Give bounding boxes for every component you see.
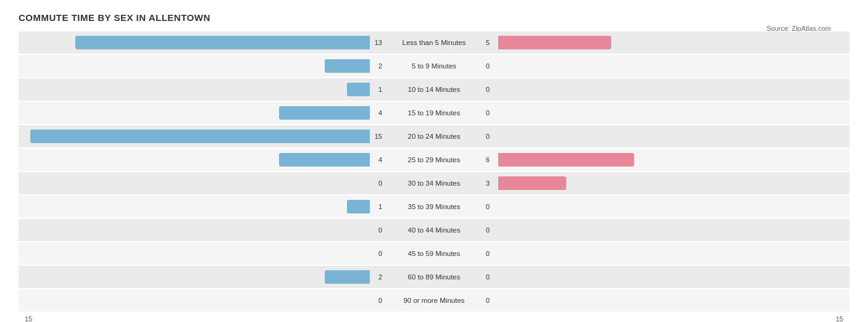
- male-side: 1: [19, 200, 385, 213]
- female-value: 6: [486, 156, 496, 163]
- axis-female-label: 15: [483, 315, 849, 322]
- chart-row: 090 or more Minutes0: [19, 289, 849, 312]
- female-value: 3: [486, 180, 496, 187]
- male-side: 0: [19, 297, 385, 304]
- chart-row: 030 to 34 Minutes3: [19, 172, 849, 194]
- axis-male-label: 15: [19, 315, 385, 322]
- male-value: 4: [372, 109, 382, 117]
- female-value: 0: [486, 273, 496, 281]
- female-side: 5: [483, 36, 849, 49]
- female-side: 0: [483, 133, 849, 140]
- female-bar: [498, 36, 611, 49]
- male-bar: [325, 270, 370, 284]
- male-bar: [279, 106, 370, 120]
- chart-row: 1520 to 24 Minutes0: [19, 125, 849, 147]
- male-value: 1: [372, 86, 382, 93]
- male-value: 13: [372, 39, 382, 46]
- male-side: 0: [19, 226, 385, 234]
- female-side: 0: [483, 203, 849, 210]
- male-value: 0: [372, 250, 382, 257]
- female-value: 0: [486, 86, 496, 93]
- chart-row: 260 to 89 Minutes0: [19, 266, 849, 288]
- female-value: 0: [486, 62, 496, 70]
- chart-row: 135 to 39 Minutes0: [19, 196, 849, 218]
- row-label: 90 or more Minutes: [385, 297, 483, 304]
- chart-row: 13Less than 5 Minutes5: [19, 31, 849, 54]
- chart-area: 13Less than 5 Minutes525 to 9 Minutes011…: [19, 31, 849, 322]
- male-bar: [30, 130, 370, 143]
- male-side: 13: [19, 36, 385, 49]
- male-side: 2: [19, 270, 385, 284]
- female-side: 6: [483, 153, 849, 167]
- female-value: 5: [486, 39, 496, 46]
- row-label: 25 to 29 Minutes: [385, 156, 483, 163]
- row-label: 30 to 34 Minutes: [385, 180, 483, 187]
- chart-title: COMMUTE TIME BY SEX IN ALLENTOWN: [19, 12, 211, 23]
- chart-row: 415 to 19 Minutes0: [19, 102, 849, 124]
- row-label: 10 to 14 Minutes: [385, 86, 483, 93]
- row-label: 20 to 24 Minutes: [385, 133, 483, 140]
- female-side: 0: [483, 226, 849, 234]
- row-label: 5 to 9 Minutes: [385, 62, 483, 70]
- female-side: 0: [483, 273, 849, 281]
- female-side: 0: [483, 86, 849, 93]
- female-side: 0: [483, 250, 849, 257]
- row-label: 40 to 44 Minutes: [385, 226, 483, 234]
- female-value: 0: [486, 250, 496, 257]
- male-value: 2: [372, 62, 382, 70]
- row-label: Less than 5 Minutes: [385, 39, 483, 46]
- female-value: 0: [486, 297, 496, 304]
- female-side: 0: [483, 109, 849, 117]
- male-side: 15: [19, 130, 385, 143]
- female-value: 0: [486, 203, 496, 210]
- male-bar: [279, 153, 370, 167]
- row-label: 45 to 59 Minutes: [385, 250, 483, 257]
- female-bar: [498, 176, 566, 190]
- chart-row: 045 to 59 Minutes0: [19, 242, 849, 265]
- chart-row: 110 to 14 Minutes0: [19, 78, 849, 101]
- female-value: 0: [486, 109, 496, 117]
- row-label: 60 to 89 Minutes: [385, 273, 483, 281]
- female-bar: [498, 153, 634, 167]
- female-value: 0: [486, 133, 496, 140]
- female-side: 3: [483, 176, 849, 190]
- chart-row: 25 to 9 Minutes0: [19, 55, 849, 77]
- male-value: 2: [372, 273, 382, 281]
- male-side: 0: [19, 180, 385, 187]
- male-side: 1: [19, 83, 385, 96]
- female-value: 0: [486, 226, 496, 234]
- male-bar: [325, 59, 370, 73]
- row-label: 15 to 19 Minutes: [385, 109, 483, 117]
- male-value: 4: [372, 156, 382, 163]
- chart-row: 425 to 29 Minutes6: [19, 149, 849, 171]
- male-side: 0: [19, 250, 385, 257]
- male-value: 0: [372, 226, 382, 234]
- male-value: 15: [372, 133, 382, 140]
- male-value: 0: [372, 297, 382, 304]
- male-bar: [347, 200, 370, 213]
- male-bar: [347, 83, 370, 96]
- male-side: 2: [19, 59, 385, 73]
- female-side: 0: [483, 62, 849, 70]
- row-label: 35 to 39 Minutes: [385, 203, 483, 210]
- male-value: 1: [372, 203, 382, 210]
- male-bar: [75, 36, 370, 49]
- female-side: 0: [483, 297, 849, 304]
- male-side: 4: [19, 153, 385, 167]
- male-side: 4: [19, 106, 385, 120]
- chart-row: 040 to 44 Minutes0: [19, 219, 849, 241]
- male-value: 0: [372, 180, 382, 187]
- axis-row: 15 15: [19, 315, 849, 322]
